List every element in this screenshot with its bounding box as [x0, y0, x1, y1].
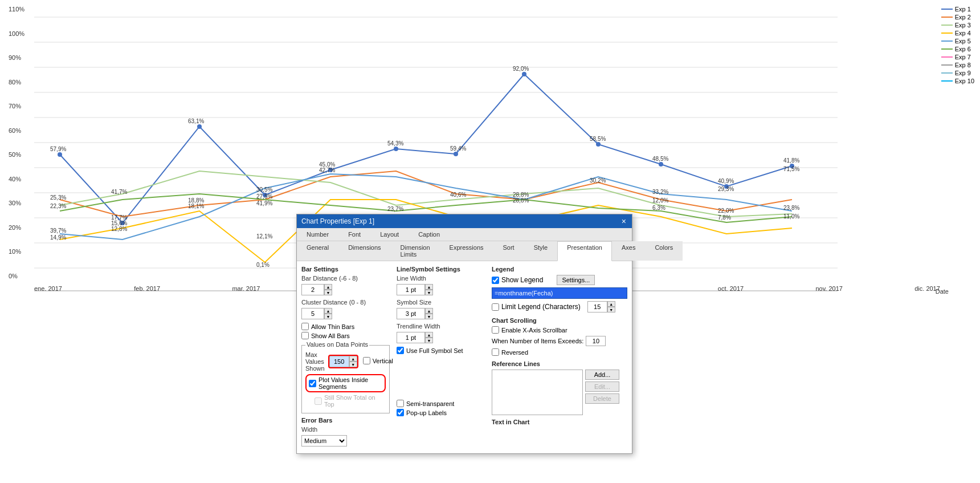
tab-font[interactable]: Font — [338, 228, 370, 241]
tab-expressions[interactable]: Expressions — [440, 241, 493, 261]
symbol-size-input[interactable] — [397, 308, 425, 319]
tab-layout[interactable]: Layout — [370, 228, 409, 241]
tab-number[interactable]: Number — [297, 228, 338, 241]
chart-legend: Exp 1 Exp 2 Exp 3 Exp 4 Exp 5 Exp 6 Exp … — [941, 6, 974, 84]
tabs-row1: Number Font Layout Caption — [297, 228, 632, 241]
limit-legend-down[interactable]: ▼ — [607, 307, 615, 312]
legend-label-exp4: Exp 4 — [955, 30, 971, 36]
semi-transparent-checkbox[interactable] — [397, 400, 404, 407]
semi-transparent-section: Semi-transparent Pop-up Labels — [397, 400, 485, 416]
tab-dimension-limits[interactable]: Dimension Limits — [391, 241, 440, 261]
svg-point-13 — [58, 152, 62, 157]
enable-scrollbar-row: Enable X-Axis Scrollbar — [492, 326, 627, 334]
show-legend-checkbox[interactable] — [492, 277, 499, 284]
legend-label-exp5: Exp 5 — [955, 38, 971, 44]
tab-colors[interactable]: Colors — [645, 241, 683, 261]
width-select[interactable]: Medium Thin Wide — [301, 435, 347, 447]
symbol-size-up[interactable]: ▲ — [425, 308, 433, 314]
limit-legend-row: Limit Legend (Characters) ▲ ▼ — [492, 301, 627, 312]
line-width-up[interactable]: ▲ — [425, 284, 433, 290]
when-number-input[interactable] — [586, 336, 606, 346]
line-width-label: Line Width — [397, 275, 426, 282]
still-show-checkbox — [315, 397, 322, 405]
bar-distance-down[interactable]: ▼ — [324, 290, 332, 295]
chart-scrolling-label: Chart Scrolling — [492, 317, 627, 324]
symbol-size-down[interactable]: ▼ — [425, 314, 433, 319]
add-ref-line-button[interactable]: Add... — [585, 370, 619, 380]
tab-general[interactable]: General — [297, 241, 338, 261]
svg-text:54,3%: 54,3% — [387, 140, 403, 147]
svg-text:41,7%: 41,7% — [111, 189, 127, 195]
legend-label-exp3: Exp 3 — [955, 22, 971, 29]
line-width-down[interactable]: ▼ — [425, 290, 433, 295]
show-all-bars-checkbox[interactable] — [301, 332, 309, 339]
svg-text:58,5%: 58,5% — [590, 136, 606, 142]
legend-label-exp7: Exp 7 — [955, 54, 971, 60]
y-label-100: 100% — [9, 30, 24, 37]
settings-button[interactable]: Settings... — [557, 275, 595, 285]
bar-distance-input[interactable] — [301, 284, 324, 295]
modal-close-button[interactable]: × — [620, 217, 627, 226]
bar-distance-up[interactable]: ▲ — [324, 284, 332, 290]
limit-legend-input[interactable] — [587, 301, 607, 312]
enable-scrollbar-checkbox[interactable] — [492, 326, 499, 334]
cluster-distance-label: Cluster Distance (0 - 8) — [301, 299, 366, 306]
plot-values-row: Plot Values Inside Segments — [305, 374, 386, 392]
cluster-distance-up[interactable]: ▲ — [324, 308, 332, 314]
reversed-label: Reversed — [501, 349, 528, 356]
popup-labels-row: Pop-up Labels — [397, 409, 485, 416]
svg-text:71,5%: 71,5% — [783, 166, 799, 172]
reference-lines-section: Reference Lines Add... Edit... Delete — [492, 360, 627, 415]
vertical-label: Vertical — [373, 358, 393, 364]
svg-text:59,4%: 59,4% — [450, 145, 466, 152]
y-label-20: 20% — [9, 224, 24, 231]
trendline-width-down[interactable]: ▼ — [425, 338, 433, 343]
svg-text:23,7%: 23,7% — [387, 206, 403, 212]
svg-text:92,0%: 92,0% — [513, 66, 529, 72]
allow-thin-bars-checkbox[interactable] — [301, 323, 309, 330]
y-label-10: 10% — [9, 248, 24, 255]
bar-distance-row: Bar Distance (-6 - 8) — [301, 275, 390, 282]
tab-presentation[interactable]: Presentation — [557, 241, 612, 261]
vertical-checkbox[interactable] — [363, 357, 370, 364]
legend-text-input[interactable] — [492, 287, 627, 299]
tab-style[interactable]: Style — [524, 241, 557, 261]
edit-ref-line-button[interactable]: Edit... — [585, 381, 619, 392]
x-label-mar: mar. 2017 — [232, 285, 260, 292]
tab-axes[interactable]: Axes — [612, 241, 645, 261]
legend-item-exp2: Exp 2 — [941, 14, 974, 21]
delete-ref-line-button[interactable]: Delete — [585, 393, 619, 404]
tab-dimensions[interactable]: Dimensions — [338, 241, 390, 261]
reversed-checkbox[interactable] — [492, 348, 499, 356]
svg-text:6,3%: 6,3% — [652, 205, 665, 211]
svg-text:40,9%: 40,9% — [718, 178, 734, 184]
legend-item-exp9: Exp 9 — [941, 70, 974, 76]
svg-point-22 — [659, 162, 663, 167]
max-values-up[interactable]: ▲ — [349, 356, 357, 362]
svg-point-18 — [394, 147, 398, 151]
legend-label-exp10: Exp 10 — [955, 78, 974, 84]
cluster-distance-input[interactable] — [301, 308, 324, 319]
svg-text:18,1%: 18,1% — [188, 203, 204, 209]
text-in-chart-section: Text in Chart — [492, 419, 627, 425]
chart-properties-dialog: Chart Properties [Exp 1] × Number Font L… — [296, 214, 632, 454]
tab-sort[interactable]: Sort — [493, 241, 524, 261]
tab-caption[interactable]: Caption — [409, 228, 450, 241]
max-values-input[interactable] — [329, 356, 349, 367]
max-values-down[interactable]: ▼ — [349, 362, 357, 367]
symbol-size-label: Symbol Size — [397, 299, 431, 306]
limit-legend-checkbox[interactable] — [492, 303, 499, 311]
trendline-width-row: Trendline Width — [397, 323, 485, 330]
limit-legend-up[interactable]: ▲ — [607, 301, 615, 307]
show-all-bars-label: Show All Bars — [311, 332, 350, 339]
legend-item-exp8: Exp 8 — [941, 62, 974, 68]
use-full-symbol-checkbox[interactable] — [397, 347, 404, 354]
popup-labels-checkbox[interactable] — [397, 409, 404, 416]
plot-values-checkbox[interactable] — [309, 380, 316, 387]
limit-legend-spinner: ▲ ▼ — [587, 301, 615, 312]
line-width-input[interactable] — [397, 284, 425, 295]
max-values-spinner: ▲ ▼ — [329, 356, 357, 367]
trendline-width-up[interactable]: ▲ — [425, 332, 433, 338]
cluster-distance-down[interactable]: ▼ — [324, 314, 332, 319]
trendline-width-input[interactable] — [397, 332, 425, 343]
